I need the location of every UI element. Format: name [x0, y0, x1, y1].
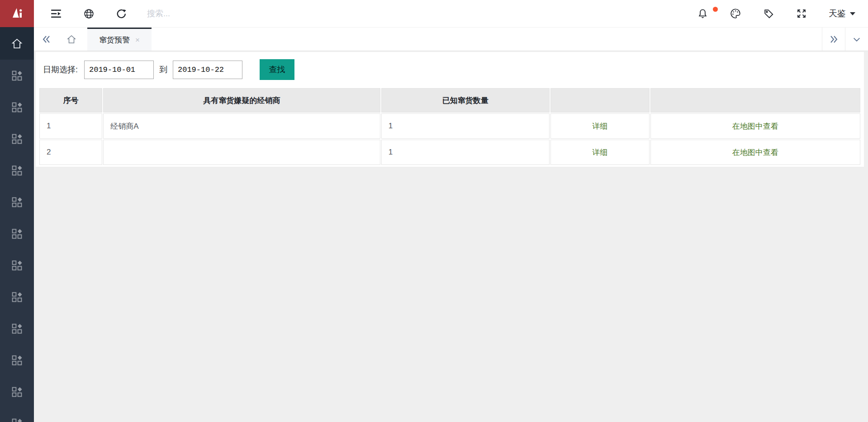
cell-count: 1 — [381, 140, 550, 165]
notification-dot — [713, 7, 718, 12]
logo-icon — [9, 6, 25, 21]
menu-grid-icon — [12, 134, 22, 144]
cell-dealer: 经销商A — [103, 113, 380, 139]
tab-label: 窜货预警 — [99, 35, 130, 45]
tabs-scroll-right-button[interactable] — [822, 28, 845, 51]
col-header-index: 序号 — [39, 88, 102, 113]
theme-palette-icon[interactable] — [730, 8, 741, 19]
fullscreen-icon[interactable] — [796, 8, 807, 19]
user-name: 天鉴 — [829, 8, 846, 19]
menu-grid-icon — [12, 418, 22, 422]
sidebar-menu-item[interactable] — [0, 155, 34, 186]
refresh-icon[interactable] — [115, 8, 127, 19]
sidebar-menu-item[interactable] — [0, 408, 34, 422]
topbar: 天鉴 — [0, 0, 868, 27]
cell-dealer — [103, 140, 380, 165]
menu-grid-icon — [12, 292, 22, 302]
sidebar-menu-item[interactable] — [0, 186, 34, 218]
sidebar-menu-item[interactable] — [0, 313, 34, 344]
table-header-row: 序号 具有窜货嫌疑的经销商 已知窜货数量 — [39, 88, 860, 113]
col-header-count: 已知窜货数量 — [381, 88, 550, 113]
search-button[interactable]: 查找 — [260, 59, 294, 80]
tab-active[interactable]: 窜货预警 × — [87, 28, 152, 51]
menu-grid-icon — [12, 387, 22, 397]
menu-grid-icon — [12, 102, 22, 113]
table-row: 2 1 详细 在地图中查看 — [39, 140, 860, 165]
content-area: 日期选择: 到 查找 序号 具有窜货嫌疑的经销商 — [34, 51, 868, 422]
cell-count: 1 — [381, 113, 550, 139]
sidebar-menu-item[interactable] — [0, 123, 34, 155]
date-filter-row: 日期选择: 到 查找 — [38, 59, 861, 80]
menu-grid-icon — [12, 70, 22, 81]
sidebar-menu-item[interactable] — [0, 281, 34, 313]
fold-sidebar-icon[interactable] — [50, 8, 62, 19]
chevron-down-icon — [852, 35, 861, 44]
menu-grid-icon — [12, 355, 22, 366]
menu-grid-icon — [12, 260, 22, 271]
col-header-dealer: 具有窜货嫌疑的经销商 — [103, 88, 380, 113]
menu-grid-icon — [12, 229, 22, 239]
col-header-detail — [550, 88, 650, 113]
tag-icon[interactable] — [763, 8, 774, 19]
caret-down-icon — [850, 12, 855, 15]
menu-grid-icon — [12, 165, 22, 176]
sidebar-menu-item[interactable] — [0, 249, 34, 281]
search-input[interactable] — [147, 9, 265, 19]
sidebar-item-home[interactable] — [0, 27, 34, 60]
notifications-bell-icon[interactable] — [697, 8, 708, 19]
view-on-map-link[interactable]: 在地图中查看 — [732, 122, 778, 131]
sidebar — [0, 27, 34, 422]
date-filter-label: 日期选择: — [43, 64, 78, 75]
home-icon — [66, 34, 77, 45]
cell-index: 1 — [39, 113, 102, 139]
sidebar-menu-item[interactable] — [0, 218, 34, 249]
tab-bar: 窜货预警 × — [34, 27, 868, 51]
suspect-dealers-table: 序号 具有窜货嫌疑的经销商 已知窜货数量 1 经销商A 1 详细 — [38, 87, 861, 166]
date-to-label: 到 — [159, 64, 167, 75]
report-panel: 日期选择: 到 查找 序号 具有窜货嫌疑的经销商 — [36, 52, 864, 167]
user-menu[interactable]: 天鉴 — [829, 8, 855, 19]
tab-close-icon[interactable]: × — [135, 36, 140, 44]
detail-link[interactable]: 详细 — [592, 122, 607, 131]
sidebar-menu-item[interactable] — [0, 344, 34, 376]
tabs-scroll-left-button[interactable] — [34, 28, 59, 51]
menu-grid-icon — [12, 324, 22, 334]
sidebar-menu-item[interactable] — [0, 60, 34, 91]
app-logo[interactable] — [0, 0, 34, 27]
start-date-input[interactable] — [84, 61, 154, 79]
tabs-more-button[interactable] — [845, 28, 868, 51]
sidebar-menu-item[interactable] — [0, 376, 34, 408]
home-icon — [11, 38, 23, 50]
end-date-input[interactable] — [173, 61, 242, 79]
col-header-map — [650, 88, 860, 113]
table-row: 1 经销商A 1 详细 在地图中查看 — [39, 113, 860, 139]
sidebar-menu-item[interactable] — [0, 91, 34, 123]
detail-link[interactable]: 详细 — [592, 148, 607, 157]
menu-grid-icon — [12, 197, 22, 207]
tab-home-button[interactable] — [59, 28, 84, 51]
cell-index: 2 — [39, 140, 102, 165]
view-on-map-link[interactable]: 在地图中查看 — [732, 148, 778, 157]
globe-icon[interactable] — [83, 8, 95, 19]
